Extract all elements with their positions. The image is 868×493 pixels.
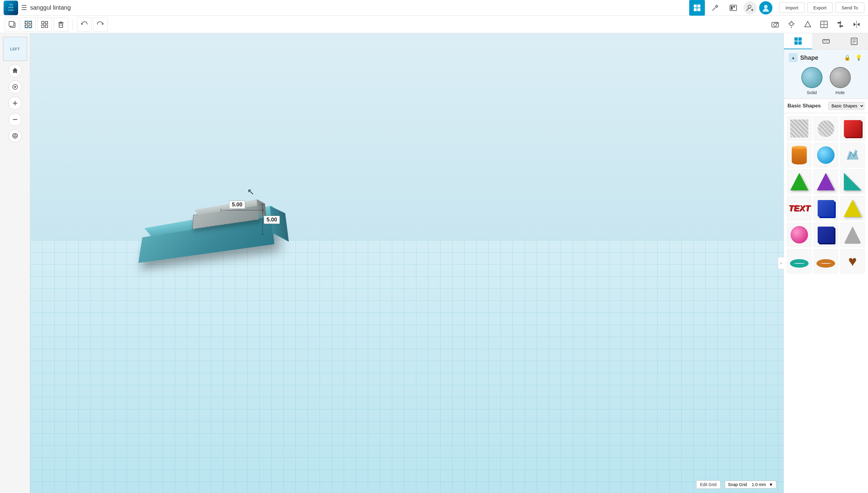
- zoom-in-btn[interactable]: [8, 97, 22, 110]
- svg-rect-2: [694, 8, 697, 11]
- main-area: LEFT: [0, 33, 868, 493]
- svg-point-10: [764, 5, 768, 8]
- shape-tool-btn[interactable]: [801, 18, 814, 31]
- dim-tick-h-left: [221, 209, 221, 212]
- shape-item-sphere-blue[interactable]: [814, 143, 838, 168]
- delete-btn[interactable]: [54, 17, 68, 32]
- tab-ruler[interactable]: [812, 33, 840, 49]
- shape-item-box-red[interactable]: [840, 116, 865, 141]
- toolbar: [0, 16, 868, 33]
- shape-panel: ▲ Shape 🔒 💡 Solid Hole: [784, 49, 868, 99]
- svg-marker-35: [805, 21, 811, 27]
- copy-btn[interactable]: [5, 17, 19, 32]
- tools-btn[interactable]: [707, 0, 723, 16]
- dim-tick-v-bottom: [260, 234, 264, 234]
- tab-grid[interactable]: [784, 33, 812, 49]
- add-user-btn[interactable]: [744, 1, 757, 15]
- plane-tool-btn[interactable]: [817, 18, 830, 31]
- svg-rect-22: [59, 23, 63, 27]
- svg-point-46: [14, 86, 16, 88]
- svg-marker-44: [857, 23, 860, 26]
- shape-item-pyramid-green[interactable]: [787, 169, 812, 194]
- app-logo: TINKERCAD: [4, 1, 18, 15]
- view-cube[interactable]: LEFT: [3, 37, 27, 61]
- expand-panel-chevron[interactable]: ›: [778, 257, 784, 269]
- user-avatar[interactable]: [759, 1, 772, 15]
- undo-btn[interactable]: [77, 17, 91, 32]
- export-btn[interactable]: Export: [807, 2, 833, 13]
- top-bar: TINKERCAD ☰ sanggul lintang: [0, 0, 868, 16]
- fit-view-btn[interactable]: [8, 80, 22, 93]
- solid-option[interactable]: Solid: [801, 67, 822, 95]
- project-name: sanggul lintang: [30, 4, 71, 11]
- shape-item-cylinder-stripe[interactable]: [814, 116, 838, 141]
- shape-lock-icon[interactable]: 🔒: [843, 53, 852, 62]
- svg-rect-1: [698, 4, 700, 7]
- svg-rect-3: [698, 8, 700, 11]
- shape-item-cone-gray[interactable]: [840, 222, 865, 247]
- shape-item-weird-shape[interactable]: [840, 143, 865, 168]
- hole-option[interactable]: Hole: [830, 67, 851, 95]
- snap-grid-control[interactable]: Snap Grid 1.0 mm ▼: [725, 480, 776, 489]
- shapes-library-header: Basic Shapes Basic Shapes Letters Connec…: [784, 99, 868, 113]
- solid-label: Solid: [807, 90, 817, 95]
- svg-rect-40: [838, 22, 841, 24]
- shape-item-box-blue[interactable]: [814, 196, 838, 220]
- shape-item-box-stripe-1[interactable]: [787, 116, 812, 141]
- svg-rect-5: [731, 6, 733, 10]
- shape-item-box-navy[interactable]: [814, 222, 838, 247]
- dimension-h-label: 5.00: [229, 201, 245, 209]
- tab-notes[interactable]: [840, 33, 868, 49]
- camera-mode-btn[interactable]: [769, 18, 782, 31]
- gallery-btn[interactable]: [725, 0, 741, 16]
- hole-label: Hole: [836, 90, 845, 95]
- group-btn[interactable]: [21, 17, 36, 32]
- svg-rect-14: [29, 21, 31, 24]
- document-icon[interactable]: ☰: [21, 4, 27, 12]
- shape-item-text-red[interactable]: TEXT: [787, 196, 812, 220]
- viewport[interactable]: 5.00 5.00 ↖ Edit Grid Snap Grid 1.0 mm: [30, 33, 783, 493]
- right-panel: ▲ Shape 🔒 💡 Solid Hole: [783, 33, 868, 493]
- svg-rect-19: [45, 21, 48, 24]
- shape-item-cylinder-orange[interactable]: [787, 143, 812, 168]
- light-btn[interactable]: [785, 18, 798, 31]
- zoom-out-btn[interactable]: [8, 113, 22, 126]
- shape-light-icon[interactable]: 💡: [854, 53, 863, 62]
- shape-item-pyramid-yellow[interactable]: [840, 196, 865, 220]
- shape-item-wedge-teal[interactable]: [840, 169, 865, 194]
- shape-panel-title: Shape: [800, 54, 840, 61]
- shape-item-donut-orange[interactable]: [814, 249, 838, 274]
- svg-rect-54: [798, 37, 802, 41]
- svg-point-29: [777, 23, 778, 24]
- svg-point-7: [748, 5, 751, 8]
- right-tabs: [784, 33, 868, 49]
- svg-rect-55: [795, 41, 798, 45]
- shape-collapse-btn[interactable]: ▲: [789, 53, 798, 62]
- redo-btn[interactable]: [93, 17, 108, 32]
- gyro-btn[interactable]: [8, 129, 22, 143]
- cursor-arrow: ↖: [247, 187, 254, 197]
- shape-item-heart-brown[interactable]: ♥: [840, 249, 865, 274]
- solid-circle: [801, 67, 822, 88]
- hole-circle: [830, 67, 851, 88]
- dimension-v-label: 5.00: [264, 216, 280, 224]
- dim-line-v: [262, 204, 262, 234]
- scene-objects: 5.00 5.00 ↖: [115, 171, 326, 274]
- home-view-btn[interactable]: [8, 64, 22, 77]
- ungroup-btn[interactable]: [38, 17, 52, 32]
- svg-rect-17: [25, 21, 32, 28]
- shape-item-pyramid-purple[interactable]: [814, 169, 838, 194]
- snap-dropdown-icon: ▼: [769, 482, 773, 487]
- grid-view-btn[interactable]: [689, 0, 705, 16]
- edit-grid-btn[interactable]: Edit Grid: [696, 480, 720, 489]
- mirror-btn[interactable]: [850, 18, 863, 31]
- align-btn[interactable]: [833, 18, 847, 31]
- svg-rect-21: [45, 25, 48, 27]
- svg-point-30: [790, 22, 793, 26]
- shape-item-sphere-pink[interactable]: [787, 222, 812, 247]
- import-btn[interactable]: Import: [779, 2, 805, 13]
- svg-rect-16: [29, 25, 31, 27]
- shape-item-torus-teal[interactable]: [787, 249, 812, 274]
- send-to-btn[interactable]: Send To: [835, 2, 864, 13]
- shapes-category-select[interactable]: Basic Shapes Letters Connectors: [828, 102, 864, 110]
